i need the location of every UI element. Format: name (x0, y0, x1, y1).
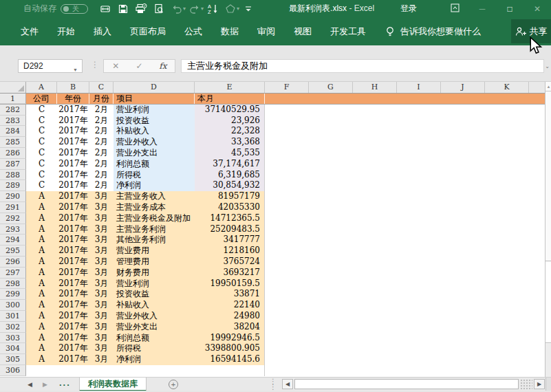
cell[interactable]: 营业利润 (114, 279, 195, 290)
cell[interactable]: 2月 (89, 116, 114, 127)
insert-function-icon[interactable]: fx (151, 61, 175, 71)
cell[interactable]: 3月 (89, 343, 114, 354)
cell[interactable]: 37140529.95 (195, 105, 265, 116)
cell[interactable]: 2017年 (57, 170, 89, 181)
cell[interactable]: 营业利润 (114, 105, 195, 116)
cell[interactable]: 1218160 (195, 246, 265, 257)
sign-in-button[interactable]: 登录 (400, 3, 417, 14)
column-header-B[interactable]: B (57, 82, 89, 93)
ribbon-tab-7[interactable]: 视图 (294, 25, 312, 38)
row-header-282[interactable]: 282 (0, 105, 26, 116)
ribbon-tab-1[interactable]: 开始 (57, 25, 75, 38)
row-header-300[interactable]: 300 (0, 300, 26, 311)
cell[interactable]: 2017年 (57, 333, 89, 344)
cell[interactable]: 主营业务成本 (114, 202, 195, 213)
cell[interactable]: 3月 (89, 246, 114, 257)
cell[interactable]: 3月 (89, 311, 114, 322)
ribbon-tab-8[interactable]: 开发工具 (330, 25, 366, 38)
cell[interactable]: 2017年 (57, 191, 89, 202)
touch-mode-icon[interactable] (96, 1, 114, 17)
cell[interactable]: 19992946.5 (195, 333, 265, 344)
cell[interactable]: 财务费用 (114, 268, 195, 279)
cell[interactable]: 净利润 (114, 354, 195, 365)
add-sheet-icon[interactable]: + (169, 380, 178, 389)
cell[interactable]: 3417777 (195, 235, 265, 246)
cell[interactable]: 3693217 (195, 268, 265, 279)
cell[interactable]: A (26, 257, 57, 268)
cell[interactable]: 6,319,685 (195, 170, 265, 181)
cell[interactable]: 管理费用 (114, 257, 195, 268)
cell[interactable] (265, 365, 545, 376)
cell[interactable]: 3765724 (195, 257, 265, 268)
cell[interactable]: 14712365.5 (195, 213, 265, 224)
cell[interactable]: 2017年 (57, 246, 89, 257)
cell[interactable] (265, 105, 545, 116)
cell[interactable]: C (26, 148, 57, 159)
cell[interactable] (265, 213, 545, 224)
row-header-285[interactable]: 285 (0, 137, 26, 148)
row-header-305[interactable]: 305 (0, 354, 26, 365)
confirm-entry-icon[interactable]: ✓ (127, 61, 151, 71)
cell[interactable]: 3月 (89, 191, 114, 202)
cell[interactable]: 3月 (89, 224, 114, 235)
cell[interactable]: A (26, 289, 57, 300)
cell[interactable] (265, 202, 545, 213)
cell[interactable]: 33,368 (195, 137, 265, 148)
cell[interactable]: 33871 (195, 289, 265, 300)
cell[interactable]: 3月 (89, 279, 114, 290)
cell[interactable]: 2017年 (57, 137, 89, 148)
row-header-299[interactable]: 299 (0, 289, 26, 300)
cell[interactable]: 2017年 (57, 126, 89, 137)
cell[interactable]: A (26, 213, 57, 224)
cell[interactable] (265, 126, 545, 137)
cell[interactable]: 16594145.6 (195, 354, 265, 365)
select-all-corner[interactable] (0, 82, 26, 93)
cell[interactable]: 主营业务利润 (114, 224, 195, 235)
row-header-296[interactable]: 296 (0, 257, 26, 268)
cell[interactable]: 2月 (89, 170, 114, 181)
cell[interactable]: 2月 (89, 180, 114, 191)
row-header-293[interactable]: 293 (0, 224, 26, 235)
cell[interactable] (265, 116, 545, 127)
column-header-partial[interactable] (529, 82, 545, 93)
cell[interactable]: 营业外收入 (114, 137, 195, 148)
cell[interactable]: 3月 (89, 354, 114, 365)
cell[interactable]: 2月 (89, 159, 114, 170)
cell[interactable]: C (26, 180, 57, 191)
row-header-286[interactable]: 286 (0, 148, 26, 159)
cell[interactable]: 3月 (89, 202, 114, 213)
cell[interactable] (265, 333, 545, 344)
cell[interactable] (265, 257, 545, 268)
column-header-H[interactable]: H (353, 82, 397, 93)
autosave-toggle[interactable]: 自动保存 关 (23, 3, 88, 14)
cell[interactable]: 2017年 (57, 202, 89, 213)
cell[interactable]: 营业外收入 (114, 311, 195, 322)
cell[interactable]: 3月 (89, 257, 114, 268)
cell[interactable]: 2017年 (57, 159, 89, 170)
cell[interactable] (265, 180, 545, 191)
column-header-F[interactable]: F (265, 82, 309, 93)
cell[interactable]: 3月 (89, 268, 114, 279)
sheet-tab-active[interactable]: 利润表数据库 (79, 378, 147, 391)
cell[interactable]: 2017年 (57, 268, 89, 279)
cell[interactable]: C (26, 170, 57, 181)
column-header-G[interactable]: G (309, 82, 353, 93)
cancel-entry-icon[interactable]: ✕ (104, 61, 127, 71)
cell[interactable]: 2017年 (57, 289, 89, 300)
cell[interactable]: 营业费用 (114, 246, 195, 257)
autosave-toggle-pill[interactable]: 关 (61, 4, 88, 14)
cell[interactable] (265, 343, 545, 354)
row-header-301[interactable]: 301 (0, 311, 26, 322)
cell[interactable]: A (26, 235, 57, 246)
cell[interactable]: A (26, 246, 57, 257)
cell[interactable]: 投资收益 (114, 116, 195, 127)
cell[interactable]: 2月 (89, 126, 114, 137)
scroll-left-icon[interactable]: ◀ (282, 379, 293, 389)
column-header-C[interactable]: C (89, 82, 114, 93)
cell[interactable]: 2月 (89, 105, 114, 116)
cell[interactable]: 3月 (89, 300, 114, 311)
scroll-right-icon[interactable]: ▶ (534, 379, 545, 389)
cell[interactable]: 2017年 (57, 148, 89, 159)
cell[interactable] (26, 365, 57, 376)
quick-print-icon[interactable] (132, 1, 150, 17)
